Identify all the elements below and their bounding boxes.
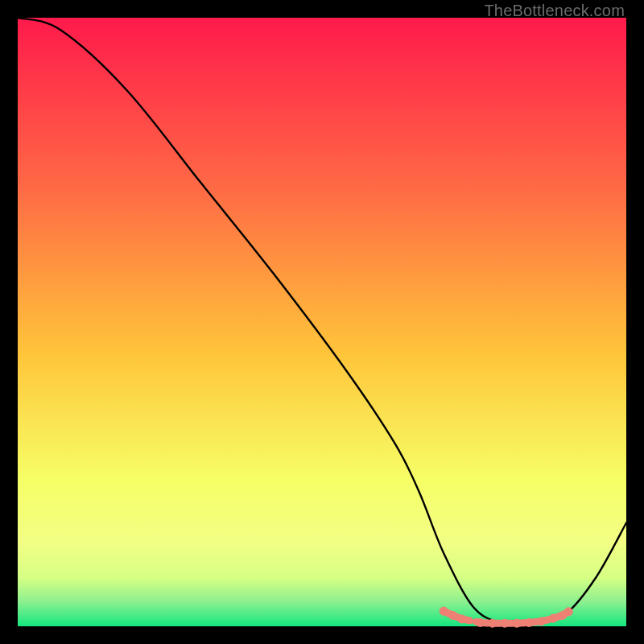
gradient-background: [18, 18, 626, 626]
watermark-text: TheBottleneck.com: [484, 2, 625, 20]
bottleneck-chart: [18, 18, 626, 626]
chart-frame: [18, 18, 626, 626]
marker-dot: [564, 607, 573, 616]
